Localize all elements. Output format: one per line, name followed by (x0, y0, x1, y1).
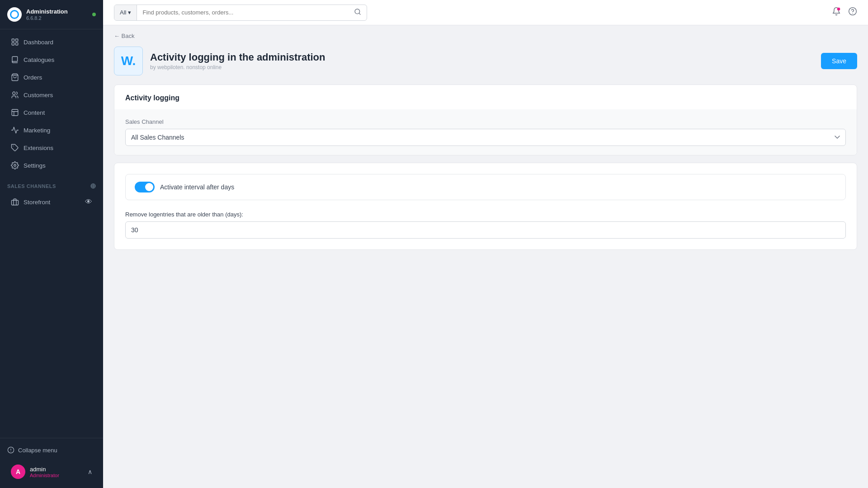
sidebar-nav: Dashboard Catalogues Orders Customers Co… (0, 29, 103, 438)
sidebar-item-label: Orders (24, 74, 42, 81)
sales-channels-label: Sales Channels (7, 183, 56, 189)
sales-channel-label: Sales Channel (125, 118, 846, 125)
remove-logentries-label: Remove logentries that are older than (d… (125, 211, 846, 218)
sidebar-item-customers[interactable]: Customers (4, 86, 99, 103)
svg-rect-2 (12, 43, 14, 45)
sidebar-item-orders[interactable]: Orders (4, 69, 99, 86)
collapse-icon (7, 446, 14, 454)
sidebar-item-marketing[interactable]: Marketing (4, 122, 99, 139)
page-content: ← Back W. Activity logging in the admini… (103, 25, 868, 488)
sidebar-header: Administration 6.6.8.2 (0, 0, 103, 29)
svg-point-5 (13, 92, 15, 94)
notifications-button[interactable] (832, 7, 841, 18)
topbar: All ▾ (103, 0, 868, 25)
cards-area: Activity logging Sales Channel All Sales… (103, 84, 868, 261)
sidebar-item-label: Extensions (24, 145, 53, 151)
sidebar-item-extensions[interactable]: Extensions (4, 139, 99, 156)
svg-rect-9 (12, 200, 19, 205)
online-indicator (92, 13, 96, 16)
dashboard-icon (11, 38, 19, 46)
svg-point-13 (837, 8, 840, 11)
sidebar-item-settings[interactable]: Settings (4, 157, 99, 174)
help-icon (848, 7, 857, 16)
storefront-label: Storefront (24, 199, 50, 206)
extensions-icon (11, 144, 19, 152)
main-content: All ▾ ← Back W. Act (103, 0, 868, 488)
storefront-visibility-icon[interactable]: 👁 (85, 198, 92, 206)
toggle-row: Activate interval after days (125, 174, 846, 200)
sidebar: Administration 6.6.8.2 Dashboard Catalog… (0, 0, 103, 488)
back-label: ← Back (114, 33, 135, 39)
catalogues-icon (11, 56, 19, 64)
search-input[interactable] (137, 5, 349, 20)
search-icon (354, 8, 361, 15)
sales-channels-section: Sales Channels ⊕ (0, 174, 103, 193)
search-filter-button[interactable]: All ▾ (114, 5, 137, 20)
app-name: Administration (26, 8, 68, 15)
app-title-block: Administration 6.6.8.2 (26, 8, 68, 21)
search-filter-label: All (120, 9, 126, 16)
user-info: admin Administrator (30, 466, 59, 478)
plugin-info: Activity logging in the administration b… (150, 52, 814, 70)
customers-icon (11, 91, 19, 99)
plugin-logo: W. (114, 47, 143, 75)
sales-channel-select[interactable]: All Sales Channels (125, 129, 846, 146)
sidebar-footer: Collapse menu A admin Administrator ∧ (0, 438, 103, 488)
sidebar-item-label: Settings (24, 162, 46, 169)
help-button[interactable] (848, 7, 857, 18)
plugin-logo-text: W. (121, 54, 136, 68)
collapse-menu-label: Collapse menu (18, 447, 57, 454)
save-button[interactable]: Save (821, 53, 857, 69)
sidebar-item-dashboard[interactable]: Dashboard (4, 33, 99, 51)
activity-logging-card: Activity logging Sales Channel All Sales… (114, 84, 857, 155)
days-input[interactable] (125, 221, 846, 239)
user-menu[interactable]: A admin Administrator ∧ (7, 461, 96, 483)
notifications-icon (832, 7, 841, 16)
collapse-menu-button[interactable]: Collapse menu (7, 444, 96, 456)
sidebar-item-catalogues[interactable]: Catalogues (4, 51, 99, 68)
storefront-icon (11, 198, 19, 206)
settings-icon (11, 161, 19, 169)
svg-line-12 (359, 13, 360, 14)
user-name: admin (30, 466, 59, 473)
sidebar-item-label: Marketing (24, 127, 50, 134)
topbar-actions (832, 7, 857, 18)
sidebar-item-storefront[interactable]: Storefront 👁 (4, 193, 99, 211)
plugin-header: W. Activity logging in the administratio… (103, 43, 868, 84)
svg-rect-6 (12, 109, 18, 116)
search-filter-chevron-icon: ▾ (128, 9, 131, 16)
svg-rect-3 (16, 43, 18, 45)
svg-rect-0 (12, 39, 14, 41)
plugin-by: by webpiloten. nonstop online (150, 64, 814, 70)
card-title: Activity logging (114, 85, 857, 109)
app-logo (7, 7, 22, 22)
sidebar-item-content[interactable]: Content (4, 104, 99, 121)
plugin-title: Activity logging in the administration (150, 52, 814, 63)
user-avatar: A (11, 465, 25, 479)
content-icon (11, 108, 19, 117)
sidebar-item-label: Customers (24, 92, 53, 99)
interval-section: Remove logentries that are older than (d… (114, 211, 857, 249)
svg-point-8 (14, 164, 16, 167)
sidebar-item-label: Catalogues (24, 56, 54, 63)
app-version: 6.6.8.2 (26, 15, 68, 21)
toggle-slider (135, 182, 155, 192)
svg-point-14 (849, 8, 857, 15)
search-bar: All ▾ (114, 5, 367, 21)
interval-toggle[interactable] (135, 182, 155, 192)
user-role: Administrator (30, 473, 59, 478)
svg-rect-1 (16, 39, 18, 41)
sales-channel-section: Sales Channel All Sales Channels (114, 109, 857, 155)
sidebar-item-label: Content (24, 109, 45, 116)
search-submit-button[interactable] (349, 8, 367, 17)
sidebar-item-label: Dashboard (24, 39, 53, 46)
orders-icon (11, 73, 19, 81)
add-sales-channel-button[interactable]: ⊕ (90, 182, 96, 190)
interval-card: Activate interval after days Remove loge… (114, 163, 857, 250)
interval-toggle-label: Activate interval after days (160, 183, 234, 191)
user-menu-chevron-icon: ∧ (88, 468, 92, 475)
marketing-icon (11, 126, 19, 134)
back-button[interactable]: ← Back (103, 25, 868, 43)
